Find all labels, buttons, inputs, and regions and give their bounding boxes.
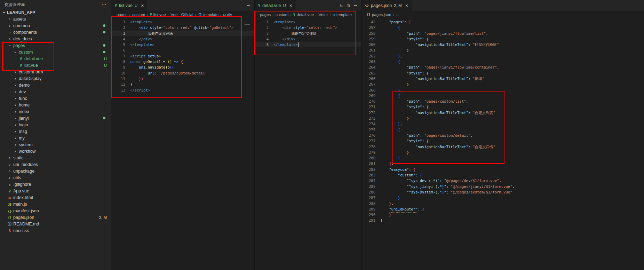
code-line[interactable]: 4 </div> (255, 36, 361, 42)
explorer-more-actions-icon[interactable]: ⋯ (101, 1, 107, 8)
code-line[interactable]: 272 "navigationBarTitleText": "自定义列表" (361, 110, 644, 116)
tree-item-App.vue[interactable]: VApp.vue (0, 188, 111, 194)
code-line[interactable]: 5</template> (255, 42, 361, 47)
code-line[interactable]: 266 "navigationBarTitleText": "新增" (361, 76, 644, 81)
tree-item-dev[interactable]: ›dev (0, 88, 111, 95)
code-line[interactable]: 7<script setup> (111, 53, 254, 59)
tree-item-assets[interactable]: ›assets (0, 16, 111, 22)
code-line[interactable]: 270 "path": "pages/custom/list", (361, 98, 644, 104)
tree-item-system[interactable]: ›system (0, 141, 111, 148)
code-line[interactable]: 276 "path": "pages/custom/detail", (361, 133, 644, 138)
code-line[interactable]: 263 { (361, 59, 644, 64)
code-line[interactable]: 262 }, (361, 53, 644, 59)
breadcrumb-item[interactable]: ◎div (223, 13, 232, 17)
code-line[interactable]: 273 } (361, 116, 644, 121)
tree-item-index[interactable]: ›index (0, 108, 111, 115)
tree-item-custom[interactable]: ›custom (0, 49, 111, 55)
code-line[interactable]: 280 } (361, 155, 644, 161)
code-line[interactable]: 268 }, (361, 87, 644, 93)
tab-list.vue[interactable]: Vlist.vueU× (111, 0, 147, 11)
code-line[interactable]: 288 }, (361, 201, 644, 206)
code-line[interactable]: 267 } (361, 81, 644, 87)
code-line[interactable]: 6 (111, 47, 254, 53)
code-line[interactable]: 13</script> (111, 87, 254, 93)
code-line[interactable]: 291} (361, 217, 644, 223)
tree-item-pages.json[interactable]: {}pages.json2, M (0, 214, 111, 221)
breadcrumb-item[interactable]: Vdetail.vue (293, 13, 314, 17)
tree-item-dataDisplay[interactable]: ›dataDisplay (0, 75, 111, 82)
tree-item-manifest.json[interactable]: {}manifest.json (0, 207, 111, 214)
open-changes-icon[interactable]: ⇆ (340, 3, 343, 8)
tree-item-my[interactable]: ›my (0, 135, 111, 141)
breadcrumb-item[interactable]: pages (260, 13, 271, 17)
breadcrumb-item[interactable]: ◎template (333, 13, 352, 17)
tree-item-jianyi[interactable]: ›jianyi (0, 115, 111, 121)
more-actions-icon[interactable]: ⋯ (354, 3, 357, 8)
breadcrumb-item[interactable]: pages (117, 13, 127, 17)
tree-item-utils[interactable]: ›utils (0, 174, 111, 181)
code-editor-list-vue[interactable]: 1<template>2 <div style="color: red;" @c… (111, 18, 254, 270)
code-line[interactable]: 12} (111, 81, 254, 87)
code-line[interactable]: 289 "uniIdRouter": { (361, 206, 644, 212)
code-line[interactable]: 285 "^sys-jianyi-(.*)": "@/pages/jianyi/… (361, 184, 644, 189)
code-line[interactable]: 10 url: '/pages/custom/detail' (111, 70, 254, 76)
code-line[interactable]: 260 "navigationBarTitleText": "时间组件验证" (361, 42, 644, 47)
tree-root-folder[interactable]: › LEARUN_APP (0, 9, 111, 16)
code-line[interactable]: 277 "style": { (361, 138, 644, 144)
tree-item-demo[interactable]: ›demo (0, 82, 111, 88)
code-line[interactable]: 3 我是自定义列表 (111, 31, 254, 36)
minimap-slider[interactable] (245, 24, 250, 25)
tree-item-login[interactable]: ›login (0, 121, 111, 128)
code-line[interactable]: 278 "navigationBarTitleText": "自定义详情" (361, 144, 644, 150)
close-icon[interactable]: × (141, 3, 144, 8)
code-line[interactable]: 1<template> (255, 19, 361, 25)
breadcrumb-item[interactable]: Vlist.vue (150, 13, 166, 17)
tab-pages.json[interactable]: {}pages.json2, M× (361, 0, 412, 11)
tree-item-static[interactable]: ›static (0, 154, 111, 161)
tree-item-main.js[interactable]: JSmain.js (0, 201, 111, 207)
code-line[interactable]: 4 </div> (111, 36, 254, 42)
tree-item-dev_docs[interactable]: ›dev_docs (0, 35, 111, 42)
code-line[interactable]: 257 { (361, 25, 644, 30)
tree-item-list.vue[interactable]: Vlist.vueU (0, 62, 111, 69)
code-line[interactable]: 5</template> (111, 42, 254, 47)
close-icon[interactable]: × (289, 3, 292, 8)
breadcrumb-item[interactable]: ... (396, 13, 399, 17)
code-line[interactable]: 287 } (361, 195, 644, 200)
tree-item-README.md[interactable]: ⓘREADME.md (0, 221, 111, 227)
code-line[interactable]: 3 我是自定义详情 (255, 31, 361, 36)
tree-item-.gitignore[interactable]: ◆.gitignore (0, 181, 111, 188)
code-line[interactable]: 1<template> (111, 19, 254, 25)
tree-item-detail.vue[interactable]: Vdetail.vueU (0, 55, 111, 62)
code-line[interactable]: 275 { (361, 127, 644, 133)
code-line[interactable]: 259 "style": { (361, 36, 644, 42)
code-line[interactable]: 11 }) (111, 76, 254, 81)
split-editor-icon[interactable]: ◫ (347, 3, 350, 8)
code-line[interactable]: 274 }, (361, 121, 644, 127)
code-line[interactable]: 258 "path": "pages/jianyi/flowTime/list"… (361, 31, 644, 36)
tree-item-index.html[interactable]: <>index.html (0, 194, 111, 201)
code-line[interactable]: 284 "^sys-dev-(.*)": "@/pages/dev/$1/for… (361, 178, 644, 183)
code-line[interactable]: 283 "custom": { (361, 172, 644, 178)
code-line[interactable]: 2 <div style="color: red;" @click="goDet… (111, 25, 254, 30)
breadcrumb-item[interactable]: custom (132, 13, 145, 17)
code-line[interactable]: 281 ], (361, 161, 644, 166)
tab-detail.vue[interactable]: Vdetail.vueU× (255, 0, 296, 11)
code-line[interactable]: 269 { (361, 93, 644, 98)
more-actions-icon[interactable]: ⋯ (247, 3, 250, 8)
breadcrumb-item[interactable]: {}pages.json (367, 13, 391, 17)
code-line[interactable]: 290 } (361, 212, 644, 217)
code-line[interactable]: 265 "style": { (361, 70, 644, 76)
tree-item-customForm[interactable]: ›customForm (0, 69, 111, 75)
tree-item-pages[interactable]: ›pages (0, 42, 111, 49)
tree-item-uni_modules[interactable]: ›uni_modules (0, 161, 111, 168)
breadcrumb-item[interactable]: Vetur (319, 13, 328, 17)
code-line[interactable]: 2 <div style="color: red;"> (255, 25, 361, 30)
tree-item-workflow[interactable]: ›workflow (0, 148, 111, 154)
close-icon[interactable]: × (405, 3, 408, 8)
code-line[interactable]: 261 } (361, 47, 644, 53)
code-editor-pages-json[interactable]: 42 "pages": [257 {258 "path": "pages/jia… (361, 18, 644, 270)
tree-item-common[interactable]: ›common (0, 22, 111, 29)
code-line[interactable]: 282 "easycom": { (361, 167, 644, 172)
code-line[interactable]: 271 "style": { (361, 104, 644, 110)
